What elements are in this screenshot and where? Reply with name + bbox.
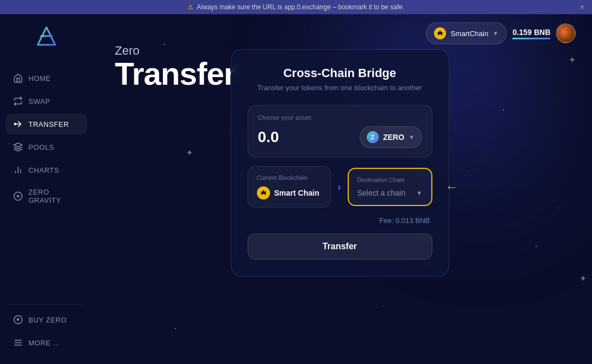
sidebar-item-zero-gravity[interactable]: ZERO GRAVITY — [5, 183, 87, 210]
sidebar-item-swap-label: SWAP — [28, 97, 50, 105]
current-chain-name: Smart Chain — [274, 189, 319, 197]
current-chain-label: Current Blockchain — [257, 174, 322, 181]
gravity-icon — [13, 191, 23, 201]
balance-value: 0.159 BNB — [513, 28, 550, 37]
balance-bar — [512, 38, 550, 39]
sidebar-item-zero-gravity-label: ZERO GRAVITY — [28, 188, 80, 204]
banner-close-button[interactable]: × — [580, 3, 584, 11]
transfer-icon — [13, 119, 23, 129]
bridge-card-title: Cross-Chain Bridge — [248, 66, 432, 80]
swap-icon — [13, 96, 23, 106]
token-selector[interactable]: Z ZERO ▼ — [360, 126, 422, 148]
bnb-icon — [434, 27, 446, 39]
sidebar: HOME SWAP TRANSFER — [0, 14, 93, 364]
sidebar-item-pools[interactable]: POOLS — [5, 137, 87, 157]
svg-marker-13 — [260, 190, 267, 195]
fee-display: Fee: 0.013 BNB — [248, 216, 432, 225]
sidebar-item-transfer[interactable]: TRANSFER — [5, 114, 87, 134]
chain-arrow-icon: › — [338, 181, 341, 193]
avatar[interactable] — [556, 24, 576, 43]
chain-section: Current Blockchain Smart Chain › Destina… — [248, 166, 432, 208]
sidebar-item-swap[interactable]: SWAP — [5, 91, 87, 111]
network-selector[interactable]: SmartChain ▼ — [426, 22, 507, 44]
sidebar-item-charts-label: CHARTS — [28, 166, 59, 174]
sparkle-2: ✦ — [568, 55, 576, 65]
sparkle-1: ✦ — [186, 148, 193, 158]
warning-banner: ⚠ Always make sure the URL is app.0.exch… — [0, 0, 592, 14]
balance-display: 0.159 BNB — [512, 28, 550, 39]
sidebar-item-home[interactable]: HOME — [5, 68, 87, 89]
warning-icon: ⚠ — [187, 3, 194, 11]
bnb-chain-icon — [257, 186, 270, 199]
dest-chain-selector[interactable]: Select a chain ▼ — [357, 189, 423, 197]
sparkle-3: ✦ — [579, 273, 587, 284]
svg-marker-12 — [437, 30, 444, 36]
app-logo[interactable] — [33, 25, 60, 51]
token-name: ZERO — [383, 133, 405, 142]
current-chain-value: Smart Chain — [257, 186, 322, 199]
sidebar-item-home-label: HOME — [28, 74, 51, 83]
dest-chain-chevron-icon: ▼ — [417, 190, 423, 196]
transfer-button[interactable]: Transfer — [248, 233, 432, 260]
page-title: Transfer — [115, 58, 236, 90]
header-right: SmartChain ▼ 0.159 BNB — [426, 22, 576, 44]
sidebar-item-buy-zero-label: BUY ZERO — [28, 316, 67, 324]
destination-chain-box[interactable]: Destination Chain Select a chain ▼ ← — [348, 168, 432, 206]
header: SmartChain ▼ 0.159 BNB — [93, 14, 592, 52]
menu-icon — [13, 338, 23, 348]
banner-text: Always make sure the URL is app.0.exchan… — [197, 3, 405, 11]
nav-items: HOME SWAP TRANSFER — [0, 68, 93, 300]
bridge-card: Cross-Chain Bridge Transfer your tokens … — [231, 49, 449, 277]
network-chevron-icon: ▼ — [493, 30, 499, 37]
sidebar-item-charts[interactable]: CHARTS — [5, 160, 87, 180]
asset-row: 0.0 Z ZERO ▼ — [258, 126, 422, 148]
svg-marker-2 — [14, 143, 22, 148]
token-chevron-icon: ▼ — [409, 134, 415, 140]
asset-amount[interactable]: 0.0 — [258, 128, 279, 146]
zero-token-icon: Z — [367, 131, 379, 143]
svg-point-1 — [14, 124, 16, 125]
pools-icon — [13, 142, 23, 152]
sidebar-item-buy-zero[interactable]: BUY ZERO — [5, 309, 87, 330]
dest-chain-label: Destination Chain — [357, 177, 423, 183]
dest-chain-placeholder: Select a chain — [357, 189, 406, 197]
home-icon — [13, 73, 23, 83]
highlight-arrow-icon: ← — [446, 179, 459, 195]
sidebar-item-transfer-label: TRANSFER — [28, 120, 69, 128]
nav-divider — [8, 304, 85, 305]
asset-section: Choose your asset: 0.0 Z ZERO ▼ — [248, 105, 432, 157]
nav-bottom: BUY ZERO More ... — [0, 309, 93, 364]
dollar-icon — [13, 315, 23, 325]
sidebar-item-more[interactable]: More ... — [5, 332, 87, 353]
current-chain-box: Current Blockchain Smart Chain — [248, 166, 331, 208]
asset-label: Choose your asset: — [258, 114, 422, 121]
network-name: SmartChain — [450, 30, 488, 38]
sidebar-item-pools-label: POOLS — [28, 143, 54, 151]
bridge-card-subtitle: Transfer your tokens from one blockchain… — [248, 84, 432, 92]
sidebar-item-more-label: More ... — [28, 339, 60, 347]
charts-icon — [13, 165, 23, 175]
